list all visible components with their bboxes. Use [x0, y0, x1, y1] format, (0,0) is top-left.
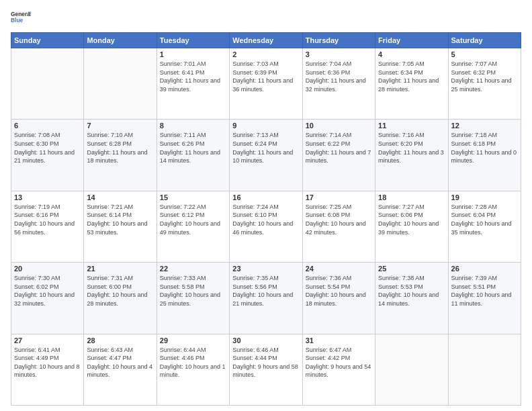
day-info: Sunrise: 6:44 AM Sunset: 4:46 PM Dayligh…	[160, 346, 226, 379]
day-number: 8	[160, 122, 226, 130]
calendar-cell	[84, 48, 157, 120]
day-number: 3	[306, 50, 372, 58]
day-number: 9	[232, 122, 299, 130]
day-info: Sunrise: 7:25 AM Sunset: 6:08 PM Dayligh…	[306, 203, 372, 236]
calendar-week-row: 20Sunrise: 7:30 AM Sunset: 6:02 PM Dayli…	[11, 263, 521, 334]
calendar-week-row: 27Sunrise: 6:41 AM Sunset: 4:49 PM Dayli…	[11, 334, 521, 405]
column-header-sunday: Sunday	[11, 33, 84, 48]
calendar-week-row: 1Sunrise: 7:01 AM Sunset: 6:41 PM Daylig…	[11, 48, 521, 120]
day-number: 6	[14, 122, 81, 130]
day-info: Sunrise: 7:04 AM Sunset: 6:36 PM Dayligh…	[306, 60, 372, 93]
svg-text:Blue: Blue	[11, 17, 24, 24]
calendar-cell	[11, 48, 84, 120]
calendar-table: SundayMondayTuesdayWednesdayThursdayFrid…	[11, 32, 521, 406]
calendar-cell: 27Sunrise: 6:41 AM Sunset: 4:49 PM Dayli…	[11, 334, 84, 405]
logo: General Blue	[11, 8, 31, 27]
day-number: 19	[451, 193, 518, 201]
day-number: 30	[232, 336, 299, 345]
calendar-cell: 10Sunrise: 7:14 AM Sunset: 6:22 PM Dayli…	[302, 120, 375, 191]
day-number: 18	[378, 193, 445, 201]
calendar-cell: 3Sunrise: 7:04 AM Sunset: 6:36 PM Daylig…	[302, 48, 375, 120]
calendar-cell: 9Sunrise: 7:13 AM Sunset: 6:24 PM Daylig…	[230, 120, 302, 191]
day-number: 7	[87, 122, 153, 130]
day-number: 26	[451, 265, 518, 273]
day-info: Sunrise: 7:35 AM Sunset: 5:56 PM Dayligh…	[232, 274, 299, 308]
day-number: 23	[232, 265, 299, 273]
page: General Blue SundayMondayTuesdayWednesda…	[0, 0, 532, 411]
calendar-cell: 22Sunrise: 7:33 AM Sunset: 5:58 PM Dayli…	[157, 263, 229, 334]
day-info: Sunrise: 7:24 AM Sunset: 6:10 PM Dayligh…	[232, 203, 299, 236]
calendar-week-row: 13Sunrise: 7:19 AM Sunset: 6:16 PM Dayli…	[11, 191, 521, 262]
day-info: Sunrise: 7:30 AM Sunset: 6:02 PM Dayligh…	[14, 274, 81, 308]
day-info: Sunrise: 7:36 AM Sunset: 5:54 PM Dayligh…	[306, 274, 372, 308]
day-number: 27	[14, 336, 81, 345]
calendar-cell: 17Sunrise: 7:25 AM Sunset: 6:08 PM Dayli…	[302, 191, 375, 262]
day-info: Sunrise: 6:43 AM Sunset: 4:47 PM Dayligh…	[87, 346, 153, 379]
day-number: 17	[306, 193, 372, 201]
calendar-cell: 30Sunrise: 6:46 AM Sunset: 4:44 PM Dayli…	[230, 334, 302, 405]
day-number: 12	[451, 122, 518, 130]
day-info: Sunrise: 7:18 AM Sunset: 6:18 PM Dayligh…	[451, 131, 518, 165]
day-info: Sunrise: 7:10 AM Sunset: 6:28 PM Dayligh…	[87, 131, 153, 165]
column-header-friday: Friday	[375, 33, 448, 48]
day-number: 22	[160, 265, 226, 273]
calendar-cell: 13Sunrise: 7:19 AM Sunset: 6:16 PM Dayli…	[11, 191, 84, 262]
day-number: 25	[378, 265, 445, 273]
calendar-cell: 29Sunrise: 6:44 AM Sunset: 4:46 PM Dayli…	[157, 334, 229, 405]
day-info: Sunrise: 7:39 AM Sunset: 5:51 PM Dayligh…	[451, 274, 518, 308]
day-info: Sunrise: 7:05 AM Sunset: 6:34 PM Dayligh…	[378, 60, 445, 93]
calendar-cell: 31Sunrise: 6:47 AM Sunset: 4:42 PM Dayli…	[302, 334, 375, 405]
day-info: Sunrise: 6:41 AM Sunset: 4:49 PM Dayligh…	[14, 346, 81, 379]
day-number: 5	[451, 50, 518, 58]
day-number: 16	[232, 193, 299, 201]
day-info: Sunrise: 7:33 AM Sunset: 5:58 PM Dayligh…	[160, 274, 226, 308]
day-number: 29	[160, 336, 226, 345]
day-number: 20	[14, 265, 81, 273]
day-info: Sunrise: 7:01 AM Sunset: 6:41 PM Dayligh…	[160, 60, 226, 93]
calendar-cell: 26Sunrise: 7:39 AM Sunset: 5:51 PM Dayli…	[448, 263, 521, 334]
calendar-cell: 15Sunrise: 7:22 AM Sunset: 6:12 PM Dayli…	[157, 191, 229, 262]
calendar-cell: 12Sunrise: 7:18 AM Sunset: 6:18 PM Dayli…	[448, 120, 521, 191]
calendar-cell: 6Sunrise: 7:08 AM Sunset: 6:30 PM Daylig…	[11, 120, 84, 191]
day-info: Sunrise: 7:31 AM Sunset: 6:00 PM Dayligh…	[87, 274, 153, 308]
calendar-cell: 5Sunrise: 7:07 AM Sunset: 6:32 PM Daylig…	[448, 48, 521, 120]
column-header-monday: Monday	[84, 33, 157, 48]
day-info: Sunrise: 7:28 AM Sunset: 6:04 PM Dayligh…	[451, 203, 518, 236]
calendar-cell: 7Sunrise: 7:10 AM Sunset: 6:28 PM Daylig…	[84, 120, 157, 191]
calendar-cell: 24Sunrise: 7:36 AM Sunset: 5:54 PM Dayli…	[302, 263, 375, 334]
column-header-wednesday: Wednesday	[230, 33, 302, 48]
calendar-cell: 18Sunrise: 7:27 AM Sunset: 6:06 PM Dayli…	[375, 191, 448, 262]
calendar-cell: 25Sunrise: 7:38 AM Sunset: 5:53 PM Dayli…	[375, 263, 448, 334]
logo-svg: General Blue	[11, 8, 31, 27]
day-number: 28	[87, 336, 153, 345]
day-number: 14	[87, 193, 153, 201]
day-number: 24	[306, 265, 372, 273]
day-number: 11	[378, 122, 445, 130]
calendar-header-row: SundayMondayTuesdayWednesdayThursdayFrid…	[11, 33, 521, 48]
svg-text:General: General	[11, 11, 31, 17]
calendar-cell: 2Sunrise: 7:03 AM Sunset: 6:39 PM Daylig…	[230, 48, 302, 120]
day-info: Sunrise: 7:21 AM Sunset: 6:14 PM Dayligh…	[87, 203, 153, 236]
calendar-cell: 8Sunrise: 7:11 AM Sunset: 6:26 PM Daylig…	[157, 120, 229, 191]
day-number: 2	[232, 50, 299, 58]
column-header-thursday: Thursday	[302, 33, 375, 48]
day-info: Sunrise: 6:47 AM Sunset: 4:42 PM Dayligh…	[306, 346, 372, 379]
day-number: 4	[378, 50, 445, 58]
day-info: Sunrise: 7:22 AM Sunset: 6:12 PM Dayligh…	[160, 203, 226, 236]
day-info: Sunrise: 7:16 AM Sunset: 6:20 PM Dayligh…	[378, 131, 445, 165]
day-info: Sunrise: 7:19 AM Sunset: 6:16 PM Dayligh…	[14, 203, 81, 236]
column-header-saturday: Saturday	[448, 33, 521, 48]
day-info: Sunrise: 7:07 AM Sunset: 6:32 PM Dayligh…	[451, 60, 518, 93]
day-number: 15	[160, 193, 226, 201]
day-number: 13	[14, 193, 81, 201]
calendar-cell: 23Sunrise: 7:35 AM Sunset: 5:56 PM Dayli…	[230, 263, 302, 334]
calendar-cell	[375, 334, 448, 405]
calendar-cell: 19Sunrise: 7:28 AM Sunset: 6:04 PM Dayli…	[448, 191, 521, 262]
calendar-cell: 4Sunrise: 7:05 AM Sunset: 6:34 PM Daylig…	[375, 48, 448, 120]
day-info: Sunrise: 7:38 AM Sunset: 5:53 PM Dayligh…	[378, 274, 445, 308]
day-info: Sunrise: 7:11 AM Sunset: 6:26 PM Dayligh…	[160, 131, 226, 165]
day-info: Sunrise: 7:27 AM Sunset: 6:06 PM Dayligh…	[378, 203, 445, 236]
calendar-week-row: 6Sunrise: 7:08 AM Sunset: 6:30 PM Daylig…	[11, 120, 521, 191]
day-number: 21	[87, 265, 153, 273]
day-info: Sunrise: 7:14 AM Sunset: 6:22 PM Dayligh…	[306, 131, 372, 165]
